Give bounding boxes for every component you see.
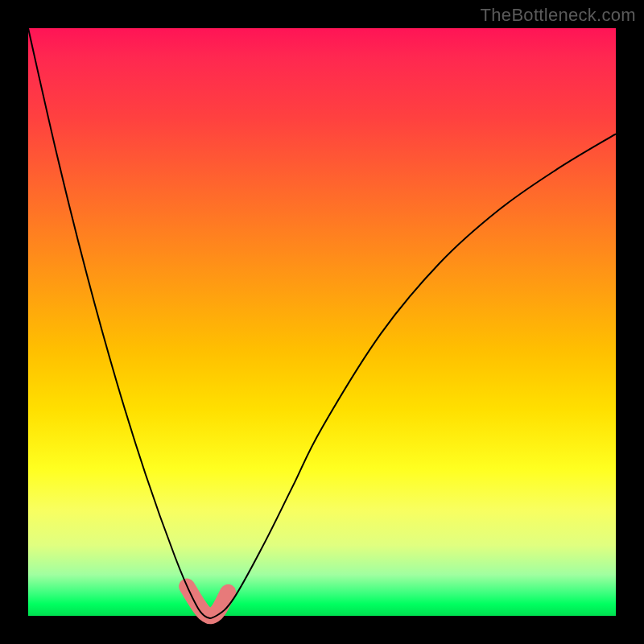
chart-plot-area <box>28 28 616 616</box>
chart-svg <box>28 28 616 616</box>
bottleneck-curve <box>28 28 616 618</box>
watermark-text: TheBottleneck.com <box>481 5 636 26</box>
